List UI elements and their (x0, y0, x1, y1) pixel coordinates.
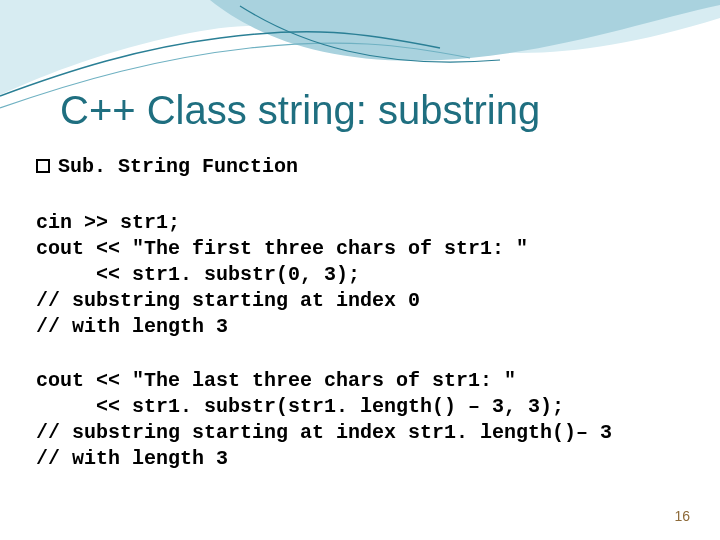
subheading-text: Sub. String Function (58, 155, 298, 178)
slide: C++ Class string: substring Sub. String … (0, 0, 720, 540)
slide-title: C++ Class string: substring (60, 88, 540, 133)
bullet-square-icon (36, 159, 50, 173)
page-number: 16 (674, 508, 690, 524)
code-block-1: cin >> str1; cout << "The first three ch… (36, 210, 528, 340)
code-block-2: cout << "The last three chars of str1: "… (36, 368, 612, 472)
subheading-row: Sub. String Function (36, 155, 298, 178)
